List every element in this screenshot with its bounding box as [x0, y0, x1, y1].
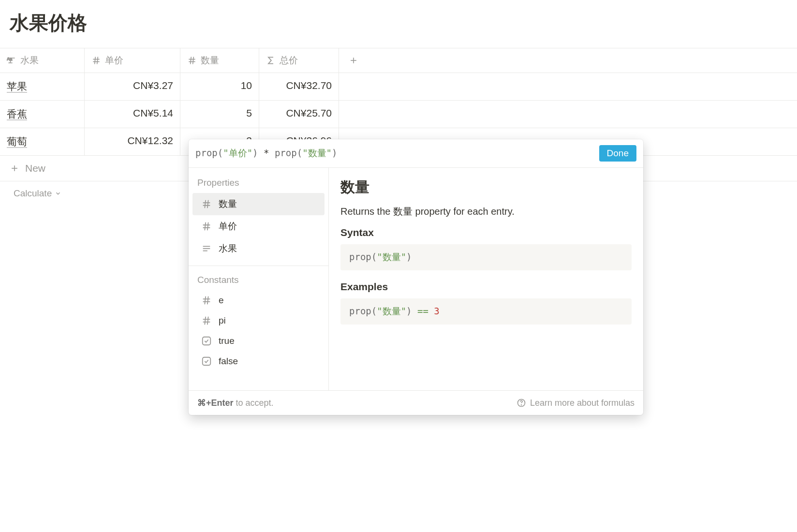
- formula-documentation: 数量 Returns the 数量 property for each entr…: [329, 168, 643, 206]
- svg-line-7: [191, 57, 192, 64]
- table-row[interactable]: 香蕉 CN¥5.14 5 CN¥25.70: [0, 101, 797, 128]
- doc-description: Returns the 数量 property for each entry.: [340, 205, 632, 206]
- cell-name[interactable]: 香蕉: [0, 101, 85, 128]
- formula-input[interactable]: prop("单价") * prop("数量"): [195, 147, 337, 160]
- formula-token-op: *: [264, 148, 269, 158]
- formula-sidebar: Properties 数量 单价 水果 Constants: [189, 168, 329, 206]
- svg-line-8: [193, 57, 194, 64]
- cell-total[interactable]: CN¥25.70: [259, 101, 339, 128]
- formula-token-arg: "单价": [223, 148, 252, 158]
- new-row-label: New: [25, 163, 45, 174]
- hash-icon: [187, 56, 197, 65]
- cell-price[interactable]: CN¥12.32: [85, 128, 180, 155]
- cell-qty[interactable]: 10: [180, 73, 259, 100]
- formula-icon: [266, 56, 276, 65]
- plus-icon: [10, 163, 19, 173]
- cell-name[interactable]: 葡萄: [0, 128, 85, 155]
- formula-token-arg: "数量": [302, 148, 332, 158]
- column-header-name[interactable]: Aa 水果: [0, 48, 85, 73]
- formula-input-row: prop("单价") * prop("数量") Done: [189, 139, 643, 168]
- chevron-down-icon: [55, 190, 61, 197]
- calculate-label: Calculate: [14, 188, 52, 199]
- table-header: Aa 水果 单价 数量 总价: [0, 48, 797, 73]
- cell-total[interactable]: CN¥32.70: [259, 73, 339, 100]
- column-header-total[interactable]: 总价: [259, 48, 339, 73]
- cell-qty[interactable]: 5: [180, 101, 259, 128]
- add-column-button[interactable]: [339, 48, 368, 73]
- plus-icon: [349, 56, 358, 65]
- formula-editor: prop("单价") * prop("数量") Done Properties …: [189, 139, 643, 206]
- title-icon: Aa: [7, 56, 16, 65]
- column-header-qty[interactable]: 数量: [180, 48, 259, 73]
- column-header-label: 总价: [280, 54, 298, 67]
- formula-token-fn: prop: [275, 148, 297, 158]
- hash-icon: [91, 56, 101, 65]
- svg-text:Aa: Aa: [7, 57, 13, 61]
- sidebar-item-label: 数量: [219, 198, 237, 206]
- cell-price[interactable]: CN¥5.14: [85, 101, 180, 128]
- svg-line-4: [97, 57, 98, 64]
- svg-line-3: [95, 57, 96, 64]
- cell-name[interactable]: 苹果: [0, 73, 85, 100]
- page-title: 水果价格: [0, 0, 797, 48]
- formula-body: Properties 数量 单价 水果 Constants: [189, 168, 643, 206]
- done-button[interactable]: Done: [599, 145, 636, 162]
- column-header-label: 水果: [20, 54, 39, 67]
- sidebar-section-properties: Properties: [189, 175, 328, 193]
- doc-title: 数量: [340, 177, 632, 197]
- column-header-label: 单价: [105, 54, 123, 67]
- hash-icon: [201, 199, 212, 206]
- column-header-price[interactable]: 单价: [85, 48, 180, 73]
- cell-price[interactable]: CN¥3.27: [85, 73, 180, 100]
- column-header-label: 数量: [201, 54, 219, 67]
- formula-token-fn: prop: [195, 148, 218, 158]
- table-row[interactable]: 苹果 CN¥3.27 10 CN¥32.70: [0, 73, 797, 101]
- sidebar-item-property[interactable]: 数量: [192, 193, 325, 206]
